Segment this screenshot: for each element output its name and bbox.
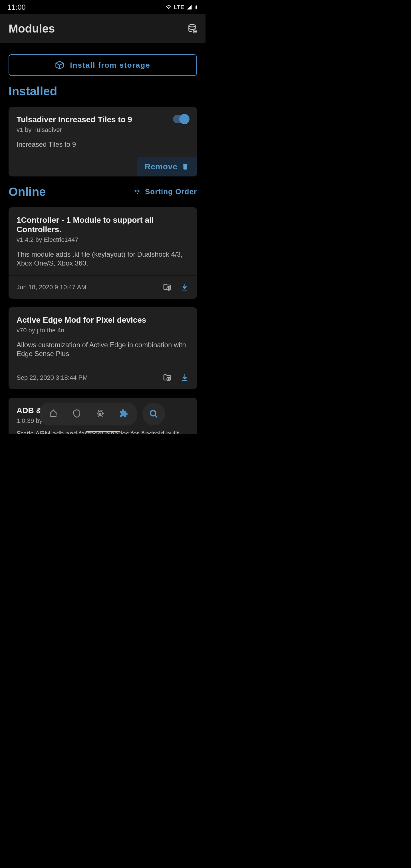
online-title: Online	[8, 185, 46, 199]
shield-icon	[72, 409, 81, 418]
online-module-card[interactable]: 1Controller - 1 Module to support all Co…	[8, 207, 197, 299]
module-title: Active Edge Mod for Pixel devices	[17, 315, 189, 325]
module-version-author: v1 by Tulsadiver	[17, 126, 132, 134]
module-version-author: v1.4.2 by Electric1447	[17, 236, 189, 244]
installed-section-header: Installed	[0, 85, 205, 98]
svg-rect-5	[182, 290, 187, 291]
online-module-card[interactable]: Active Edge Mod for Pixel devices v70 by…	[8, 307, 197, 389]
svg-point-0	[189, 25, 195, 27]
bug-icon	[96, 409, 105, 418]
page-title: Modules	[8, 22, 55, 35]
module-title: Tulsadiver Increased Tiles to 9	[17, 115, 132, 124]
remove-button[interactable]: Remove	[137, 157, 197, 177]
module-description: This module adds .kl file (keylayout) fo…	[17, 250, 189, 268]
module-description: Increased Tiles to 9	[17, 140, 189, 149]
battery-icon	[194, 4, 198, 10]
status-icons: LTE	[166, 4, 198, 10]
trash-icon	[182, 163, 189, 170]
puzzle-icon	[119, 409, 128, 418]
info-folder-icon[interactable]	[163, 283, 172, 292]
module-version-author: v70 by j to the 4n	[17, 327, 189, 334]
bottom-navigation	[40, 403, 165, 426]
remove-button-label: Remove	[145, 162, 178, 171]
module-title: 1Controller - 1 Module to support all Co…	[17, 215, 189, 235]
repository-icon[interactable]	[187, 24, 197, 33]
status-time: 11:00	[7, 3, 26, 12]
nav-shield[interactable]	[72, 409, 81, 419]
nav-home[interactable]	[49, 409, 58, 419]
svg-point-3	[168, 287, 169, 288]
module-description: Allows customization of Active Edge in c…	[17, 340, 189, 358]
install-from-storage-button[interactable]: Install from storage	[8, 54, 197, 76]
download-icon[interactable]	[180, 373, 189, 382]
online-section-header: Online Sorting Order	[0, 185, 205, 199]
module-enable-toggle[interactable]	[173, 115, 189, 123]
svg-rect-9	[182, 380, 187, 381]
svg-rect-8	[168, 379, 169, 380]
nav-bug[interactable]	[96, 409, 105, 419]
sort-az-icon	[133, 188, 141, 196]
status-bar: 11:00 LTE	[0, 0, 205, 14]
installed-title: Installed	[8, 85, 57, 98]
search-icon	[149, 409, 158, 418]
signal-icon	[186, 4, 192, 10]
network-type: LTE	[174, 4, 184, 10]
app-bar: Modules	[0, 14, 205, 43]
svg-point-7	[168, 377, 169, 378]
svg-point-11	[150, 411, 156, 416]
home-indicator[interactable]	[86, 431, 120, 432]
install-button-label: Install from storage	[70, 61, 150, 70]
home-icon	[49, 409, 58, 418]
nav-modules[interactable]	[119, 409, 128, 419]
search-fab[interactable]	[143, 403, 165, 426]
svg-rect-4	[168, 288, 169, 289]
module-date: Sep 22, 2020 3:18:44 PM	[17, 374, 88, 381]
module-date: Jun 18, 2020 9:10:47 AM	[17, 283, 87, 291]
sort-label: Sorting Order	[145, 187, 197, 196]
installed-module-card: Tulsadiver Increased Tiles to 9 v1 by Tu…	[8, 107, 197, 177]
wifi-icon	[166, 4, 171, 10]
info-folder-icon[interactable]	[163, 373, 172, 382]
sorting-order-button[interactable]: Sorting Order	[133, 187, 197, 196]
package-icon	[55, 61, 64, 70]
download-icon[interactable]	[180, 283, 189, 291]
